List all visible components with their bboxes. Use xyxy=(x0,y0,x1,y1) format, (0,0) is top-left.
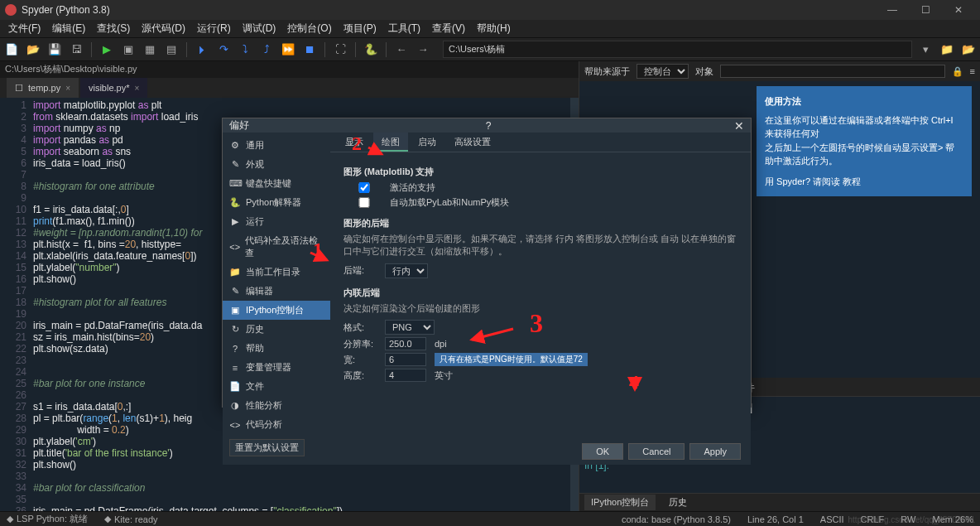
run-icon[interactable]: ▶ xyxy=(98,41,115,58)
sidebar-item-Python解释器[interactable]: 🐍Python解释器 xyxy=(223,193,330,212)
continue-icon[interactable]: ⏩ xyxy=(280,41,296,58)
folder-icon[interactable]: 📁 xyxy=(939,41,955,58)
titlebar: Spyder (Python 3.8) — ☐ ✕ xyxy=(0,0,980,20)
open-file-icon[interactable]: 📂 xyxy=(25,41,41,58)
dialog-help-button[interactable]: ? xyxy=(486,120,492,132)
window-title: Spyder (Python 3.8) xyxy=(22,4,876,16)
forward-icon[interactable]: → xyxy=(415,41,431,58)
dialog-tabs: 显示 绘图 启动 高级设置 xyxy=(330,133,751,152)
back-icon[interactable]: ← xyxy=(393,41,410,58)
tab-visible[interactable]: visible.py*× xyxy=(80,78,147,98)
browse-dir-icon[interactable]: ▾ xyxy=(917,41,934,58)
menu-file[interactable]: 文件(F) xyxy=(3,20,46,37)
run-cell-advance-icon[interactable]: ▦ xyxy=(142,41,158,58)
menubar: 文件(F) 编辑(E) 查找(S) 源代码(D) 运行(R) 调试(D) 控制台… xyxy=(0,20,980,38)
sidebar-item-通用[interactable]: ⚙通用 xyxy=(223,136,330,155)
spyder-icon xyxy=(5,4,17,16)
dialog-tab-graphics[interactable]: 绘图 xyxy=(373,133,408,152)
sidebar-item-当前工作目录[interactable]: 📁当前工作目录 xyxy=(223,263,330,282)
new-file-icon[interactable]: 📄 xyxy=(3,41,20,58)
step-into-icon[interactable]: ⤵ xyxy=(237,41,253,58)
status-line: Line 26, Col 1 xyxy=(747,514,804,524)
menu-run[interactable]: 运行(R) xyxy=(192,20,236,37)
maximize-pane-icon[interactable]: ⛶ xyxy=(332,41,348,58)
run-cell-icon[interactable]: ▣ xyxy=(120,41,137,58)
debug-icon[interactable]: ⏵ xyxy=(194,41,210,58)
dialog-close-button[interactable]: ✕ xyxy=(734,119,744,133)
dialog-title: 偏好 xyxy=(229,118,249,133)
sidebar-item-IPython控制台[interactable]: ▣IPython控制台 xyxy=(223,301,330,320)
sidebar-item-代码补全及语法检查[interactable]: <>代码补全及语法检查 xyxy=(223,231,330,263)
menu-source[interactable]: 源代码(D) xyxy=(137,20,190,37)
parent-dir-icon[interactable]: 📂 xyxy=(960,41,977,58)
sidebar-item-键盘快捷键[interactable]: ⌨键盘快捷键 xyxy=(223,174,330,193)
sidebar-item-帮助[interactable]: ?帮助 xyxy=(223,339,330,358)
help-object-input[interactable] xyxy=(720,65,945,78)
dialog-buttons: OK Cancel Apply xyxy=(330,438,751,465)
save-all-icon[interactable]: 🖫 xyxy=(68,41,84,58)
section-graphics-support: 图形 (Matplotlib) 支持 xyxy=(343,166,737,178)
menu-edit[interactable]: 编辑(E) xyxy=(47,20,90,37)
stop-debug-icon[interactable]: ⏹ xyxy=(301,41,318,58)
close-icon[interactable]: × xyxy=(65,84,70,93)
backend-select[interactable]: 行内 xyxy=(385,263,428,278)
sidebar-item-变量管理器[interactable]: ≡变量管理器 xyxy=(223,358,330,377)
format-select[interactable]: PNG xyxy=(385,320,435,335)
ok-button[interactable]: OK xyxy=(582,443,623,460)
sidebar-item-历史[interactable]: ↻历史 xyxy=(223,320,330,339)
sidebar-item-运行[interactable]: ▶运行 xyxy=(223,212,330,231)
step-over-icon[interactable]: ↷ xyxy=(215,41,232,58)
status-encoding: ASCII xyxy=(820,514,844,524)
dialog-tab-startup[interactable]: 启动 xyxy=(410,133,444,152)
tab-ipython-console[interactable]: IPython控制台 xyxy=(584,495,656,510)
console-tabs: IPython控制台 历史 xyxy=(579,493,980,511)
pythonpath-icon[interactable]: 🐍 xyxy=(363,41,379,58)
sidebar-item-编辑器[interactable]: ✎编辑器 xyxy=(223,282,330,301)
help-from-label: 帮助来源于 xyxy=(584,65,630,78)
menu-help[interactable]: 帮助(H) xyxy=(472,20,516,37)
status-conda[interactable]: conda: base (Python 3.8.5) xyxy=(622,514,731,524)
dpi-input[interactable] xyxy=(385,337,426,350)
checkbox-activate-support[interactable]: 激活的支持 xyxy=(343,181,737,194)
menu-view[interactable]: 查看(V) xyxy=(427,20,470,37)
minimize-button[interactable]: — xyxy=(876,4,909,16)
width-input[interactable] xyxy=(385,353,426,366)
menu-consoles[interactable]: 控制台(O) xyxy=(282,20,336,37)
status-kite: ◆ Kite: ready xyxy=(104,514,158,524)
dialog-sidebar: ⚙通用✎外观⌨键盘快捷键🐍Python解释器▶运行<>代码补全及语法检查📁当前工… xyxy=(223,133,330,465)
help-toolbar: 帮助来源于 控制台 对象 🔒 ≡ xyxy=(579,61,980,81)
dialog-tab-advanced[interactable]: 高级设置 xyxy=(446,133,499,152)
height-input[interactable] xyxy=(385,369,426,382)
menu-projects[interactable]: 项目(P) xyxy=(339,20,382,37)
menu-search[interactable]: 查找(S) xyxy=(92,20,135,37)
sidebar-item-性能分析[interactable]: ◑性能分析 xyxy=(223,396,330,415)
dialog-titlebar[interactable]: 偏好 ? ✕ xyxy=(223,118,751,133)
close-icon[interactable]: × xyxy=(135,84,140,93)
working-dir-input[interactable]: C:\Users\杨楠 xyxy=(443,41,912,58)
tab-temp[interactable]: ☐temp.py× xyxy=(7,78,79,98)
step-out-icon[interactable]: ⤴ xyxy=(258,41,275,58)
checkbox-autoload-pylab[interactable]: 自动加载PyLab和NumPy模块 xyxy=(343,196,737,209)
sidebar-item-代码分析[interactable]: <>代码分析 xyxy=(223,415,330,434)
reset-defaults-button[interactable]: 重置为默认设置 xyxy=(229,439,305,456)
menu-debug[interactable]: 调试(D) xyxy=(238,20,281,37)
sidebar-item-文件[interactable]: 📄文件 xyxy=(223,377,330,396)
save-icon[interactable]: 💾 xyxy=(46,41,63,58)
maximize-button[interactable]: ☐ xyxy=(909,4,942,16)
dialog-tab-display[interactable]: 显示 xyxy=(337,133,372,152)
dialog-content: 图形 (Matplotlib) 支持 激活的支持 自动加载PyLab和NumPy… xyxy=(330,152,751,438)
menu-icon[interactable]: ≡ xyxy=(970,66,975,76)
help-source-select[interactable]: 控制台 xyxy=(637,64,689,79)
section-inline: 内联后端 xyxy=(343,287,737,299)
lock-icon[interactable]: 🔒 xyxy=(952,66,963,77)
cancel-button[interactable]: Cancel xyxy=(628,443,685,460)
watermark: https://blog.csdn.net/qq_45702601 xyxy=(848,515,975,524)
sidebar-item-外观[interactable]: ✎外观 xyxy=(223,155,330,174)
run-selection-icon[interactable]: ▤ xyxy=(163,41,180,58)
apply-button[interactable]: Apply xyxy=(689,443,741,460)
close-button[interactable]: ✕ xyxy=(942,4,975,16)
help-object-label: 对象 xyxy=(695,65,713,78)
tab-history[interactable]: 历史 xyxy=(662,495,694,510)
width-hint: 只有在格式是PNG时使用。默认值是72 xyxy=(435,353,588,366)
menu-tools[interactable]: 工具(T) xyxy=(383,20,425,37)
